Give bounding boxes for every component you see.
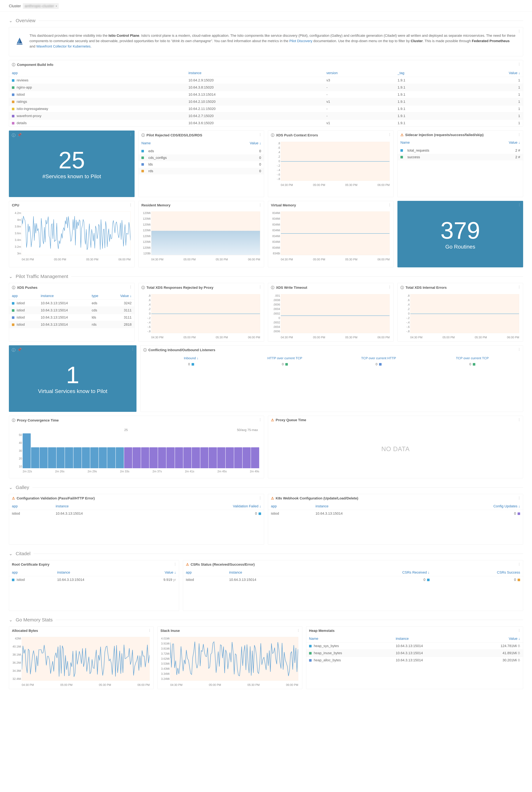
section-overview-header[interactable]: ⌄ Overview (9, 18, 523, 23)
col-config-updates[interactable]: Config Updates ↓ (418, 503, 523, 510)
card-menu-icon[interactable]: ⋮ (518, 347, 520, 351)
proxy-convergence-chart: 2550/avg 75-max 5040302010 2m 22s2m 26s2… (9, 425, 264, 478)
xds-pushes-card: ⋮ ⓘXDS Pushes app instance type Value ↓ … (9, 283, 135, 341)
section-title: Overview (16, 18, 36, 23)
col-instance[interactable]: instance (226, 569, 329, 576)
card-menu-icon[interactable]: ⋮ (518, 203, 520, 207)
csrs-table: app instance CSRs Received ↓ CSRs Succes… (183, 569, 523, 583)
col-value[interactable]: Value ↓ (108, 292, 134, 300)
col-csrs-success[interactable]: CSRs Success (432, 569, 523, 576)
col-instance[interactable]: instance (53, 503, 157, 510)
section-citadel-header[interactable]: ⌄ Citadel (9, 551, 523, 556)
col-csrs-received[interactable]: CSRs Received ↓ (329, 569, 432, 576)
col-value[interactable]: Value ↓ (509, 140, 520, 145)
cpu-card: ⋮ CPU 4.2m4m3.8m3.6m3.4m3.2m3m 04:30 PM0… (9, 201, 135, 267)
card-menu-icon[interactable]: ⋮ (518, 628, 520, 632)
col-version[interactable]: version (324, 69, 395, 77)
section-title: Galley (16, 485, 29, 490)
card-menu-icon[interactable]: ⋮ (129, 203, 132, 207)
col-name[interactable]: Name (141, 141, 151, 145)
col-app[interactable]: app (9, 292, 38, 300)
col-app[interactable]: app (268, 503, 313, 510)
col-name[interactable]: Name (400, 140, 410, 145)
xds-internal-errors-card: ⋮ ⓘTotal XDS Internal Errors .8.6.4.20-.… (397, 283, 523, 341)
col-validation-failed[interactable]: Validation Failed ↓ (157, 503, 264, 510)
col-app[interactable]: app (183, 569, 226, 576)
col-value[interactable]: Value ↓ (467, 635, 523, 642)
card-menu-icon[interactable]: ⋮ (129, 285, 132, 289)
pilot-rejected-card: ⋮ ⓘPilot Rejected CDS/EDS/LDS/RDS NameVa… (138, 131, 264, 197)
table-row: reviews10.64.2.9:15020v31.9.11 (9, 77, 523, 84)
card-title: Heap Memstats (309, 629, 335, 633)
histogram-bar (90, 447, 98, 468)
build-info-table: app instance version _tag Value ↓ review… (9, 69, 523, 127)
col-instance[interactable]: instance (186, 69, 323, 77)
col-app[interactable]: app (9, 69, 186, 77)
proxy-queue-card: ⋮ ⚠Proxy Queue Time NO DATA (268, 416, 523, 478)
col-header[interactable]: Inbound ↓ (144, 356, 238, 360)
k8s-webhook-card: ⋮ ⚠K8s Webhook Configuration (Update/Loa… (268, 494, 523, 545)
cluster-selector[interactable]: anthropic-cluster ▾ (23, 3, 59, 9)
warning-icon: ⚠ (12, 496, 15, 501)
pin-icon: 📌 (17, 133, 22, 138)
xds-push-errors-card: ⋮ ⓘXDS Push Context Errors .8.6.4.20-.2-… (268, 131, 394, 197)
card-menu-icon[interactable]: ⋮ (518, 62, 520, 66)
col-type[interactable]: type (89, 292, 108, 300)
card-menu-icon[interactable]: ⋮ (297, 628, 300, 632)
table-row: istiod10.64.3.13:150149.919 yr (9, 576, 179, 583)
col-app[interactable]: app (9, 503, 53, 510)
col-header[interactable]: TCP over current TCP (425, 356, 519, 360)
col-header[interactable]: TCP over current HTTP (332, 356, 425, 360)
card-menu-icon[interactable]: ⋮ (518, 133, 520, 136)
col-value[interactable]: Value ↓ (250, 141, 261, 145)
card-menu-icon[interactable]: ⋮ (518, 29, 520, 33)
card-menu-icon[interactable]: ⋮ (388, 285, 391, 289)
card-menu-icon[interactable]: ⋮ (388, 133, 391, 136)
col-instance[interactable]: instance (313, 503, 418, 510)
col-name[interactable]: Name (306, 635, 393, 642)
card-menu-icon[interactable]: ⋮ (131, 347, 134, 351)
card-menu-icon[interactable]: ⋮ (518, 562, 520, 566)
card-menu-icon[interactable]: ⋮ (518, 285, 520, 289)
card-menu-icon[interactable]: ⋮ (173, 562, 176, 566)
card-menu-icon[interactable]: ⋮ (259, 203, 261, 207)
sidecar-injection-card: ⋮ ⚠Sidecar Injection (requests/success/f… (397, 131, 523, 197)
resident-memory-card: ⋮ Resident Memory 120Mi120Mi120Mi120Mi12… (138, 201, 264, 267)
card-title: Total XDS Internal Errors (405, 286, 446, 290)
col-tag[interactable]: _tag (395, 69, 451, 77)
card-menu-icon[interactable]: ⋮ (259, 496, 261, 500)
col-header[interactable]: HTTP over current TCP (238, 356, 332, 360)
wavefront-collector-link[interactable]: Wavefront Collector for Kubernetes (36, 44, 91, 48)
card-menu-icon[interactable]: ⋮ (259, 285, 261, 289)
k8s-webhook-table: app instance Config Updates ↓ istiod10.6… (268, 503, 523, 517)
info-icon: ⓘ (12, 133, 16, 138)
pilot-discovery-link[interactable]: Pilot Discovery (289, 39, 312, 43)
col-value[interactable]: Value ↓ (134, 569, 179, 576)
col-instance[interactable]: instance (393, 635, 466, 642)
card-menu-icon[interactable]: ⋮ (259, 418, 261, 421)
cell: 0 (238, 362, 332, 366)
col-app[interactable]: app (9, 569, 54, 576)
table-row: istiod10.64.3.13:150140 (268, 510, 523, 517)
histogram-bar (124, 447, 132, 468)
card-menu-icon[interactable]: ⋮ (129, 132, 132, 136)
card-title: Resident Memory (141, 203, 170, 207)
section-traffic-header[interactable]: ⌄ Pilot Traffic Management (9, 274, 523, 279)
card-menu-icon[interactable]: ⋮ (388, 203, 391, 207)
card-menu-icon[interactable]: ⋮ (259, 133, 261, 136)
chevron-down-icon: ⌄ (9, 485, 13, 490)
col-instance[interactable]: instance (54, 569, 134, 576)
card-title: Sidecar Injection (requests/success/fail… (405, 133, 483, 137)
xds-rejected-chart: .8.6.4.20-.2-.4-.6-.8 04:30 PM05:00 PM05… (138, 292, 264, 341)
cpu-chart: 4.2m4m3.8m3.6m3.4m3.2m3m 04:30 PM05:00 P… (9, 210, 134, 263)
card-menu-icon[interactable]: ⋮ (518, 496, 520, 500)
section-gomem-header[interactable]: ⌄ Go Memory Stats (9, 617, 523, 623)
col-value[interactable]: Value ↓ (451, 69, 523, 77)
col-instance[interactable]: instance (38, 292, 89, 300)
card-menu-icon[interactable]: ⋮ (148, 628, 151, 632)
card-menu-icon[interactable]: ⋮ (518, 418, 520, 421)
card-title: Stack Inuse (160, 629, 180, 633)
histogram-bar (116, 447, 124, 468)
section-galley-header[interactable]: ⌄ Galley (9, 485, 523, 490)
no-data-label: NO DATA (268, 425, 523, 473)
